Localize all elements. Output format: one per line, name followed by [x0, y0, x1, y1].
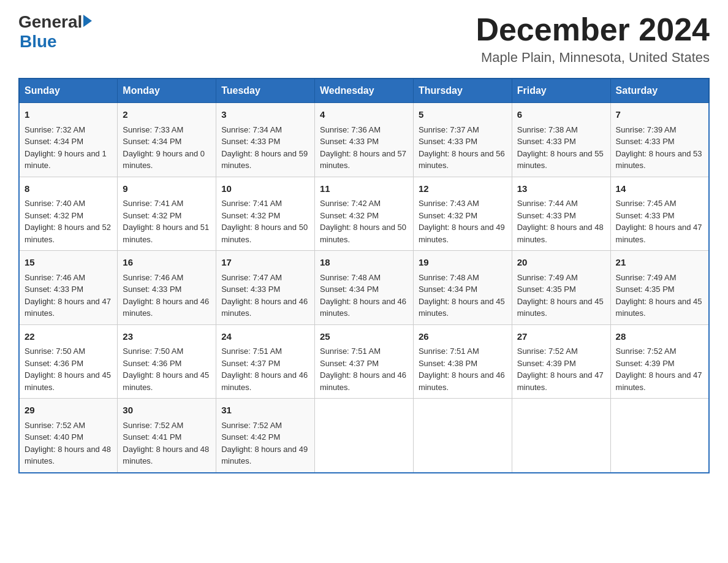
calendar-cell: 6Sunrise: 7:38 AMSunset: 4:33 PMDaylight…	[512, 103, 610, 177]
day-info: Sunrise: 7:52 AMSunset: 4:42 PMDaylight:…	[221, 421, 308, 466]
day-number: 16	[123, 256, 211, 270]
page-header: General Blue December 2024 Maple Plain, …	[18, 12, 710, 66]
calendar-cell: 20Sunrise: 7:49 AMSunset: 4:35 PMDayligh…	[512, 251, 610, 325]
logo-blue: Blue	[20, 32, 92, 52]
calendar-cell: 11Sunrise: 7:42 AMSunset: 4:32 PMDayligh…	[315, 177, 414, 251]
calendar-cell: 15Sunrise: 7:46 AMSunset: 4:33 PMDayligh…	[19, 251, 118, 325]
calendar-cell: 29Sunrise: 7:52 AMSunset: 4:40 PMDayligh…	[19, 399, 118, 473]
calendar-cell: 1Sunrise: 7:32 AMSunset: 4:34 PMDaylight…	[19, 103, 118, 177]
day-number: 15	[25, 256, 112, 270]
calendar-cell: 4Sunrise: 7:36 AMSunset: 4:33 PMDaylight…	[315, 103, 414, 177]
calendar-cell: 7Sunrise: 7:39 AMSunset: 4:33 PMDaylight…	[610, 103, 709, 177]
header-tuesday: Tuesday	[216, 79, 315, 103]
calendar-cell: 21Sunrise: 7:49 AMSunset: 4:35 PMDayligh…	[610, 251, 709, 325]
calendar-cell: 17Sunrise: 7:47 AMSunset: 4:33 PMDayligh…	[216, 251, 315, 325]
day-number: 11	[320, 182, 408, 196]
week-row-1: 1Sunrise: 7:32 AMSunset: 4:34 PMDaylight…	[19, 103, 709, 177]
day-number: 4	[320, 108, 408, 122]
day-number: 23	[123, 330, 211, 344]
day-info: Sunrise: 7:33 AMSunset: 4:34 PMDaylight:…	[123, 125, 205, 170]
day-info: Sunrise: 7:52 AMSunset: 4:40 PMDaylight:…	[25, 421, 111, 466]
day-number: 5	[419, 108, 507, 122]
calendar-cell: 28Sunrise: 7:52 AMSunset: 4:39 PMDayligh…	[610, 324, 709, 399]
header-friday: Friday	[512, 79, 610, 103]
day-info: Sunrise: 7:44 AMSunset: 4:33 PMDaylight:…	[517, 199, 604, 244]
day-info: Sunrise: 7:51 AMSunset: 4:37 PMDaylight:…	[221, 347, 308, 392]
day-info: Sunrise: 7:38 AMSunset: 4:33 PMDaylight:…	[517, 125, 604, 170]
day-info: Sunrise: 7:36 AMSunset: 4:33 PMDaylight:…	[320, 125, 406, 170]
day-number: 3	[221, 108, 309, 122]
day-number: 31	[221, 404, 309, 418]
calendar-cell: 27Sunrise: 7:52 AMSunset: 4:39 PMDayligh…	[512, 324, 610, 399]
day-number: 17	[221, 256, 309, 270]
header-saturday: Saturday	[610, 79, 709, 103]
day-info: Sunrise: 7:48 AMSunset: 4:34 PMDaylight:…	[419, 273, 505, 318]
calendar-cell	[413, 399, 512, 473]
calendar-cell	[512, 399, 610, 473]
logo-general: General	[18, 12, 82, 32]
week-row-4: 22Sunrise: 7:50 AMSunset: 4:36 PMDayligh…	[19, 324, 709, 399]
day-info: Sunrise: 7:52 AMSunset: 4:39 PMDaylight:…	[616, 347, 702, 392]
calendar-cell: 10Sunrise: 7:41 AMSunset: 4:32 PMDayligh…	[216, 177, 315, 251]
calendar-cell: 9Sunrise: 7:41 AMSunset: 4:32 PMDaylight…	[118, 177, 216, 251]
day-info: Sunrise: 7:49 AMSunset: 4:35 PMDaylight:…	[517, 273, 604, 318]
day-info: Sunrise: 7:46 AMSunset: 4:33 PMDaylight:…	[25, 273, 111, 318]
logo-arrow-icon	[83, 15, 92, 27]
day-info: Sunrise: 7:37 AMSunset: 4:33 PMDaylight:…	[419, 125, 505, 170]
day-number: 25	[320, 330, 408, 344]
day-info: Sunrise: 7:51 AMSunset: 4:38 PMDaylight:…	[419, 347, 505, 392]
logo: General Blue	[18, 12, 92, 52]
day-number: 14	[616, 182, 703, 196]
day-info: Sunrise: 7:47 AMSunset: 4:33 PMDaylight:…	[221, 273, 308, 318]
day-info: Sunrise: 7:41 AMSunset: 4:32 PMDaylight:…	[123, 199, 209, 244]
day-number: 2	[123, 108, 211, 122]
day-number: 27	[517, 330, 605, 344]
day-number: 29	[25, 404, 112, 418]
calendar-cell: 26Sunrise: 7:51 AMSunset: 4:38 PMDayligh…	[413, 324, 512, 399]
day-number: 8	[25, 182, 112, 196]
calendar-cell: 14Sunrise: 7:45 AMSunset: 4:33 PMDayligh…	[610, 177, 709, 251]
calendar-cell: 13Sunrise: 7:44 AMSunset: 4:33 PMDayligh…	[512, 177, 610, 251]
day-number: 20	[517, 256, 605, 270]
calendar-cell: 5Sunrise: 7:37 AMSunset: 4:33 PMDaylight…	[413, 103, 512, 177]
day-info: Sunrise: 7:52 AMSunset: 4:41 PMDaylight:…	[123, 421, 209, 466]
day-number: 21	[616, 256, 703, 270]
day-number: 30	[123, 404, 211, 418]
day-number: 19	[419, 256, 507, 270]
day-info: Sunrise: 7:52 AMSunset: 4:39 PMDaylight:…	[517, 347, 604, 392]
calendar-cell	[315, 399, 414, 473]
week-row-5: 29Sunrise: 7:52 AMSunset: 4:40 PMDayligh…	[19, 399, 709, 473]
calendar-cell: 30Sunrise: 7:52 AMSunset: 4:41 PMDayligh…	[118, 399, 216, 473]
day-info: Sunrise: 7:50 AMSunset: 4:36 PMDaylight:…	[25, 347, 111, 392]
day-info: Sunrise: 7:48 AMSunset: 4:34 PMDaylight:…	[320, 273, 406, 318]
day-number: 26	[419, 330, 507, 344]
day-info: Sunrise: 7:39 AMSunset: 4:33 PMDaylight:…	[616, 125, 702, 170]
day-number: 18	[320, 256, 408, 270]
calendar-cell: 12Sunrise: 7:43 AMSunset: 4:32 PMDayligh…	[413, 177, 512, 251]
header-thursday: Thursday	[413, 79, 512, 103]
calendar-cell: 19Sunrise: 7:48 AMSunset: 4:34 PMDayligh…	[413, 251, 512, 325]
calendar-cell: 23Sunrise: 7:50 AMSunset: 4:36 PMDayligh…	[118, 324, 216, 399]
day-number: 9	[123, 182, 211, 196]
calendar-cell: 31Sunrise: 7:52 AMSunset: 4:42 PMDayligh…	[216, 399, 315, 473]
day-info: Sunrise: 7:51 AMSunset: 4:37 PMDaylight:…	[320, 347, 406, 392]
day-number: 13	[517, 182, 605, 196]
day-info: Sunrise: 7:40 AMSunset: 4:32 PMDaylight:…	[25, 199, 111, 244]
day-number: 12	[419, 182, 507, 196]
calendar-cell: 18Sunrise: 7:48 AMSunset: 4:34 PMDayligh…	[315, 251, 414, 325]
calendar-cell	[610, 399, 709, 473]
day-number: 7	[616, 108, 703, 122]
week-row-3: 15Sunrise: 7:46 AMSunset: 4:33 PMDayligh…	[19, 251, 709, 325]
header-monday: Monday	[118, 79, 216, 103]
day-number: 28	[616, 330, 703, 344]
day-info: Sunrise: 7:34 AMSunset: 4:33 PMDaylight:…	[221, 125, 308, 170]
week-row-2: 8Sunrise: 7:40 AMSunset: 4:32 PMDaylight…	[19, 177, 709, 251]
day-info: Sunrise: 7:42 AMSunset: 4:32 PMDaylight:…	[320, 199, 406, 244]
day-info: Sunrise: 7:45 AMSunset: 4:33 PMDaylight:…	[616, 199, 702, 244]
calendar-cell: 2Sunrise: 7:33 AMSunset: 4:34 PMDaylight…	[118, 103, 216, 177]
calendar-cell: 16Sunrise: 7:46 AMSunset: 4:33 PMDayligh…	[118, 251, 216, 325]
calendar-cell: 25Sunrise: 7:51 AMSunset: 4:37 PMDayligh…	[315, 324, 414, 399]
day-number: 22	[25, 330, 112, 344]
day-info: Sunrise: 7:50 AMSunset: 4:36 PMDaylight:…	[123, 347, 209, 392]
calendar-cell: 24Sunrise: 7:51 AMSunset: 4:37 PMDayligh…	[216, 324, 315, 399]
